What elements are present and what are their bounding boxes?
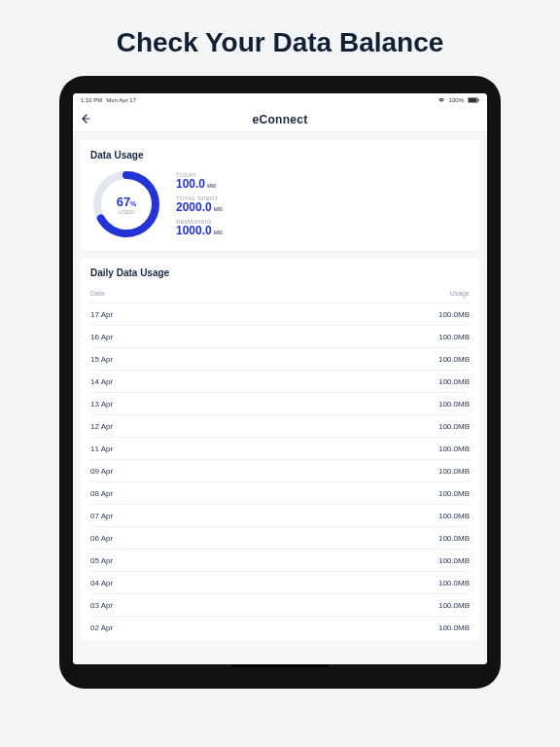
row-date: 03 Apr (90, 601, 113, 610)
home-indicator[interactable] (231, 664, 329, 667)
stat-value: 100.0 (176, 177, 205, 191)
stat-value: 1000.0 (176, 224, 212, 237)
table-row: 14 Apr100.0MB (90, 370, 470, 392)
status-time: 1:10 PM (81, 97, 102, 103)
row-date: 15 Apr (90, 355, 113, 364)
table-row: 08 Apr100.0MB (90, 481, 470, 504)
wifi-icon (438, 97, 445, 104)
table-row: 12 Apr100.0MB (90, 414, 470, 437)
svg-rect-2 (478, 98, 479, 101)
table-row: 06 Apr100.0MB (90, 526, 470, 549)
row-date: 16 Apr (90, 333, 113, 341)
stat-unit: MB (207, 183, 216, 189)
row-date: 05 Apr (90, 556, 113, 565)
row-date: 04 Apr (90, 579, 113, 587)
row-date: 07 Apr (90, 512, 113, 520)
row-usage: 100.0MB (438, 310, 470, 319)
row-date: 17 Apr (90, 310, 113, 319)
row-date: 08 Apr (90, 489, 113, 498)
row-usage: 100.0MB (438, 579, 470, 587)
row-date: 02 Apr (90, 623, 113, 632)
table-row: 13 Apr100.0MB (90, 392, 470, 414)
usage-stats: TODAY 100.0MB TOTAL SPENT 2000.0MB REMAI… (176, 172, 223, 236)
app-header: eConnect (73, 107, 487, 132)
usage-percent-value: 67 (117, 195, 130, 209)
stat-today: TODAY 100.0MB (176, 172, 223, 190)
daily-table-header: Date Usage (90, 286, 470, 302)
table-row: 16 Apr100.0MB (90, 325, 470, 347)
col-usage: Usage (450, 290, 470, 297)
tablet-frame: 1:10 PM Mon Apr 17 100% eConnect (59, 76, 501, 689)
row-usage: 100.0MB (438, 355, 470, 364)
table-row: 07 Apr100.0MB (90, 504, 470, 526)
table-row: 05 Apr100.0MB (90, 549, 470, 571)
status-bar: 1:10 PM Mon Apr 17 100% (73, 93, 487, 107)
tablet-screen: 1:10 PM Mon Apr 17 100% eConnect (73, 93, 487, 664)
row-usage: 100.0MB (438, 377, 470, 386)
svg-rect-1 (469, 97, 477, 101)
stat-unit: MB (214, 206, 223, 212)
arrow-left-icon (81, 114, 90, 124)
table-row: 09 Apr100.0MB (90, 459, 470, 481)
row-usage: 100.0MB (438, 422, 470, 431)
row-usage: 100.0MB (438, 601, 470, 610)
row-usage: 100.0MB (438, 489, 470, 498)
data-usage-title: Data Usage (90, 150, 470, 160)
row-usage: 100.0MB (438, 556, 470, 565)
table-row: 02 Apr100.0MB (90, 616, 470, 638)
row-usage: 100.0MB (438, 512, 470, 520)
row-date: 14 Apr (90, 377, 113, 386)
table-row: 11 Apr100.0MB (90, 437, 470, 459)
table-row: 15 Apr100.0MB (90, 347, 470, 370)
battery-icon (468, 97, 479, 104)
brand-logo: eConnect (252, 113, 307, 126)
row-usage: 100.0MB (438, 623, 470, 632)
table-row: 04 Apr100.0MB (90, 571, 470, 593)
col-date: Date (90, 290, 105, 297)
row-date: 12 Apr (90, 422, 113, 431)
row-date: 06 Apr (90, 534, 113, 543)
row-date: 13 Apr (90, 400, 113, 409)
stat-value: 2000.0 (176, 200, 212, 214)
content-area: Data Usage 67% USED (73, 132, 487, 664)
table-row: 17 Apr100.0MB (90, 302, 470, 325)
daily-usage-card: Daily Data Usage Date Usage 17 Apr100.0M… (81, 258, 479, 640)
promo-title: Check Your Data Balance (0, 0, 560, 76)
row-usage: 100.0MB (438, 400, 470, 409)
table-row: 03 Apr100.0MB (90, 593, 470, 616)
back-button[interactable] (81, 113, 90, 126)
stat-remaining: REMAINING 1000.0MB (176, 219, 223, 236)
daily-usage-title: Daily Data Usage (90, 267, 470, 278)
row-usage: 100.0MB (438, 333, 470, 341)
usage-donut-chart: 67% USED (90, 168, 162, 240)
row-date: 09 Apr (90, 467, 113, 476)
usage-used-label: USED (117, 209, 137, 215)
daily-table-body: 17 Apr100.0MB16 Apr100.0MB15 Apr100.0MB1… (90, 302, 470, 638)
row-usage: 100.0MB (438, 467, 470, 476)
status-battery-pct: 100% (449, 97, 464, 103)
row-date: 11 Apr (90, 445, 113, 453)
row-usage: 100.0MB (438, 445, 470, 453)
usage-percent-unit: % (130, 200, 136, 207)
stat-unit: MB (214, 230, 223, 235)
data-usage-card: Data Usage 67% USED (81, 140, 479, 250)
stat-total-spent: TOTAL SPENT 2000.0MB (176, 196, 223, 213)
status-date: Mon Apr 17 (106, 97, 136, 103)
row-usage: 100.0MB (438, 534, 470, 543)
